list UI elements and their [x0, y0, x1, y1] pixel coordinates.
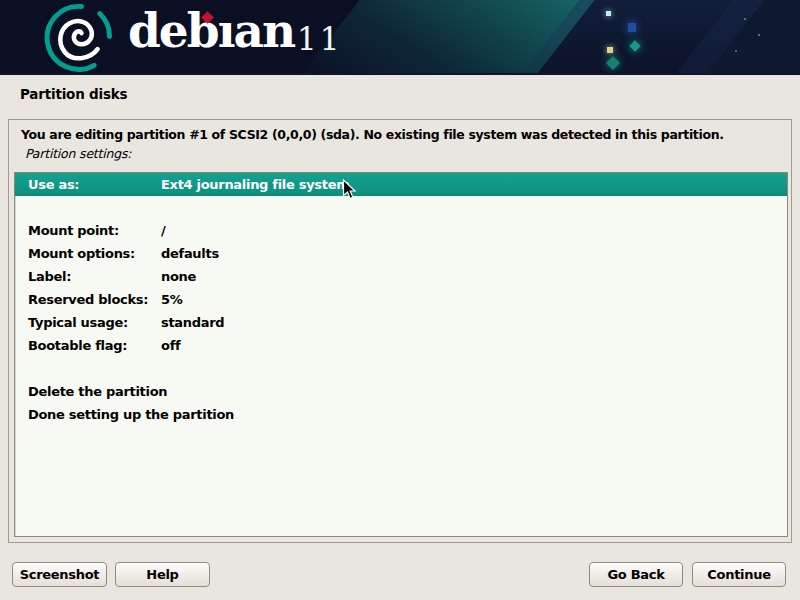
action-label: Done setting up the partition	[28, 407, 234, 422]
list-item-reserved-blocks[interactable]: Reserved blocks: 5%	[15, 288, 787, 311]
list-item-bootable-flag[interactable]: Bootable flag: off	[15, 334, 787, 357]
banner-square-blue	[628, 23, 636, 32]
setting-label: Mount point:	[28, 223, 161, 238]
installer-banner: debıan 11	[0, 0, 800, 75]
banner-dot	[744, 18, 746, 20]
setting-value: defaults	[161, 246, 219, 261]
banner-square-white	[606, 11, 611, 16]
partition-settings-list: Use as: Ext4 journaling file system Moun…	[14, 172, 788, 537]
list-spacer-row	[15, 196, 787, 219]
banner-square-teal-2	[606, 56, 620, 70]
debian-version: 11	[297, 21, 342, 57]
banner-dark-diagonal	[505, 0, 776, 75]
action-label: Delete the partition	[28, 384, 167, 399]
debian-swirl-logo-icon	[42, 3, 114, 73]
setting-value: 5%	[161, 292, 182, 307]
list-item-done-setting-up[interactable]: Done setting up the partition	[15, 403, 787, 426]
list-item-mount-options[interactable]: Mount options: defaults	[15, 242, 787, 265]
banner-square-teal	[629, 40, 640, 51]
content-frame: You are editing partition #1 of SCSI2 (0…	[8, 119, 792, 543]
partition-info-message: You are editing partition #1 of SCSI2 (0…	[21, 127, 724, 142]
page-title: Partition disks	[20, 86, 127, 102]
setting-value: Ext4 journaling file system	[161, 177, 349, 192]
help-button[interactable]: Help	[115, 562, 210, 587]
screenshot-button[interactable]: Screenshot	[12, 562, 107, 587]
mouse-cursor-icon	[342, 179, 358, 201]
list-item-delete-partition[interactable]: Delete the partition	[15, 380, 787, 403]
setting-label: Typical usage:	[28, 315, 161, 330]
list-spacer-row	[15, 357, 787, 380]
continue-button[interactable]: Continue	[692, 562, 786, 587]
banner-dot	[758, 34, 760, 36]
banner-faint-diagonal	[663, 0, 800, 75]
setting-label: Bootable flag:	[28, 338, 161, 353]
setting-label: Reserved blocks:	[28, 292, 161, 307]
banner-square-yellow	[607, 47, 613, 53]
list-item-label[interactable]: Label: none	[15, 265, 787, 288]
partition-settings-label: Partition settings:	[25, 146, 131, 161]
setting-label: Use as:	[28, 177, 161, 192]
setting-value: standard	[161, 315, 224, 330]
list-item-typical-usage[interactable]: Typical usage: standard	[15, 311, 787, 334]
setting-value: /	[161, 223, 165, 238]
setting-value: off	[161, 338, 180, 353]
banner-dot	[735, 50, 737, 52]
setting-label: Mount options:	[28, 246, 161, 261]
list-item-mount-point[interactable]: Mount point: /	[15, 219, 787, 242]
setting-value: none	[161, 269, 196, 284]
setting-label: Label:	[28, 269, 161, 284]
list-item-use-as[interactable]: Use as: Ext4 journaling file system	[15, 173, 787, 196]
debian-wordmark: debıan	[128, 3, 294, 58]
go-back-button[interactable]: Go Back	[589, 562, 683, 587]
